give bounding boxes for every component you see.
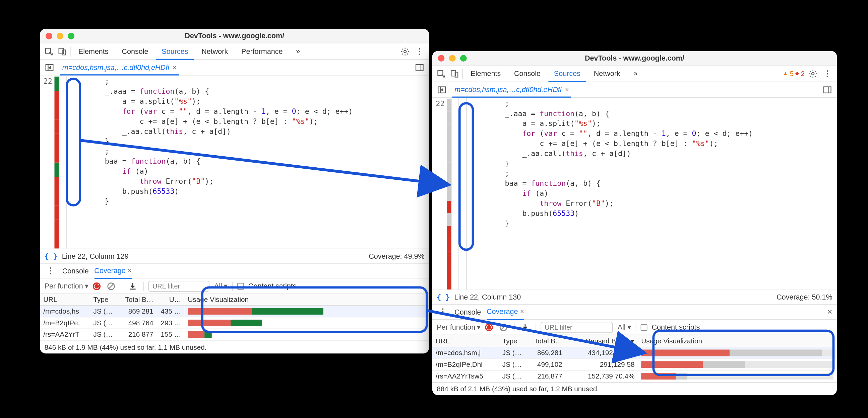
error-badge[interactable]: 2 bbox=[796, 70, 805, 77]
drawer-tab-coverage[interactable]: Coverage × bbox=[94, 264, 132, 279]
gear-icon[interactable] bbox=[399, 45, 411, 57]
window-title: DevTools - www.google.com/ bbox=[432, 54, 837, 62]
close-icon[interactable]: × bbox=[128, 267, 132, 275]
col-type[interactable]: Type bbox=[499, 335, 527, 347]
export-icon[interactable] bbox=[127, 280, 139, 292]
tab-elements[interactable]: Elements bbox=[465, 65, 506, 82]
tab-network[interactable]: Network bbox=[196, 43, 234, 60]
close-drawer-icon[interactable]: × bbox=[827, 307, 832, 317]
col-total[interactable]: Total B… bbox=[527, 335, 566, 347]
close-icon[interactable]: × bbox=[520, 308, 524, 316]
close-icon[interactable]: × bbox=[173, 63, 177, 71]
table-row[interactable]: /m=cdos,hsJS (…869 281435 … bbox=[40, 306, 429, 317]
tab-elements[interactable]: Elements bbox=[73, 43, 114, 60]
col-usage[interactable]: Usage Visualization bbox=[184, 294, 429, 306]
maximize-button[interactable] bbox=[460, 55, 467, 61]
file-tab[interactable]: m=cdos,hsm,jsa,…c,dtl0hd,eHDfl× bbox=[453, 82, 571, 97]
show-navigator-icon[interactable] bbox=[436, 84, 448, 96]
tab-network[interactable]: Network bbox=[588, 65, 626, 82]
coverage-gutter bbox=[54, 77, 59, 249]
coverage-type-select[interactable]: Per function ▾ bbox=[437, 323, 481, 331]
svg-point-19 bbox=[827, 76, 828, 77]
svg-point-22 bbox=[442, 308, 443, 310]
drawer-tab-console[interactable]: Console bbox=[62, 263, 89, 278]
kebab-icon[interactable] bbox=[437, 306, 449, 318]
pretty-print-icon[interactable]: { } bbox=[437, 293, 450, 301]
show-sidebar-icon[interactable] bbox=[413, 61, 426, 73]
drawer-tab-console[interactable]: Console bbox=[455, 304, 481, 320]
svg-point-17 bbox=[827, 70, 828, 71]
coverage-type-select[interactable]: Per function ▾ bbox=[44, 282, 89, 290]
filter-type-select[interactable]: All ▾ bbox=[214, 282, 228, 290]
clear-icon[interactable] bbox=[498, 321, 510, 333]
pretty-print-icon[interactable]: { } bbox=[44, 252, 58, 260]
table-row[interactable]: /m=B2qIPe,DhlJS (…499,102291,129 58 bbox=[432, 359, 837, 371]
coverage-summary: 884 kB of 2.1 MB (43%) used so far, 1.2 … bbox=[432, 382, 837, 395]
col-type[interactable]: Type bbox=[90, 294, 118, 306]
inspect-icon[interactable] bbox=[43, 46, 54, 57]
more-tabs[interactable]: » bbox=[628, 65, 643, 82]
tab-console[interactable]: Console bbox=[508, 65, 546, 82]
url-filter-input[interactable] bbox=[149, 280, 210, 291]
titlebar[interactable]: DevTools - www.google.com/ bbox=[40, 29, 429, 43]
svg-point-16 bbox=[812, 72, 814, 75]
kebab-icon[interactable] bbox=[413, 45, 426, 57]
content-scripts-checkbox[interactable] bbox=[641, 324, 647, 330]
filter-type-select[interactable]: All ▾ bbox=[618, 323, 631, 331]
line-number[interactable]: 22 bbox=[43, 77, 52, 85]
main-tabs: Elements Console Sources Network Perform… bbox=[40, 43, 429, 60]
devtools-window-left: DevTools - www.google.com/ Elements Cons… bbox=[40, 29, 429, 353]
window-title: DevTools - www.google.com/ bbox=[40, 32, 429, 40]
code-editor[interactable]: ; _.aaa = function(a, b) { a = a.split("… bbox=[67, 75, 429, 248]
table-row[interactable]: /m=B2qIPe,JS (…498 764293 … bbox=[40, 317, 429, 329]
inspect-icon[interactable] bbox=[436, 68, 447, 79]
show-navigator-icon[interactable] bbox=[43, 61, 55, 73]
close-icon[interactable]: × bbox=[565, 85, 569, 94]
device-icon[interactable] bbox=[57, 46, 68, 57]
minimize-button[interactable] bbox=[57, 32, 63, 39]
col-url[interactable]: URL bbox=[40, 294, 90, 306]
content-scripts-label: Content scripts bbox=[652, 323, 700, 331]
clear-icon[interactable] bbox=[105, 280, 117, 292]
main-tabs: Elements Console Sources Network » 5 2 bbox=[432, 66, 837, 82]
code-editor[interactable]: ; _.aaa = function(a, b) { a = a.split("… bbox=[467, 98, 837, 290]
col-usage[interactable]: Usage Visualization bbox=[638, 335, 837, 347]
table-row[interactable]: /m=cdos,hsm,jJS (…869,281434,192 49.9% bbox=[432, 347, 837, 359]
record-button[interactable] bbox=[485, 323, 493, 331]
titlebar[interactable]: DevTools - www.google.com/ bbox=[432, 51, 837, 66]
col-url[interactable]: URL bbox=[432, 335, 499, 347]
svg-point-23 bbox=[442, 311, 443, 313]
file-tab[interactable]: m=cdos,hsm,jsa,…c,dtl0hd,eHDfl× bbox=[60, 60, 179, 75]
record-button[interactable] bbox=[93, 282, 101, 290]
table-row[interactable]: /rs=AA2YrTsw5JS (…216,877152,739 70.4% bbox=[432, 371, 837, 382]
tab-performance[interactable]: Performance bbox=[236, 43, 288, 60]
maximize-button[interactable] bbox=[68, 32, 74, 39]
coverage-table: URL Type Total B… Unused Bytes ▾ Usage V… bbox=[432, 335, 837, 382]
coverage-percent: Coverage: 49.9% bbox=[369, 252, 425, 260]
svg-point-9 bbox=[50, 268, 51, 269]
export-icon[interactable] bbox=[519, 321, 531, 333]
minimize-button[interactable] bbox=[449, 55, 456, 61]
close-button[interactable] bbox=[45, 32, 52, 39]
content-scripts-checkbox[interactable] bbox=[237, 283, 244, 289]
gear-icon[interactable] bbox=[807, 67, 819, 79]
tab-sources[interactable]: Sources bbox=[548, 66, 586, 82]
more-tabs[interactable]: » bbox=[290, 43, 306, 60]
close-button[interactable] bbox=[438, 55, 445, 61]
tab-console[interactable]: Console bbox=[116, 43, 154, 60]
col-unused[interactable]: Unused Bytes ▾ bbox=[566, 335, 638, 347]
tab-sources[interactable]: Sources bbox=[156, 43, 194, 60]
warning-badge[interactable]: 5 bbox=[783, 70, 794, 77]
svg-rect-21 bbox=[824, 87, 831, 93]
kebab-icon[interactable] bbox=[44, 265, 57, 277]
show-sidebar-icon[interactable] bbox=[822, 84, 834, 96]
device-icon[interactable] bbox=[449, 68, 460, 79]
svg-point-5 bbox=[419, 50, 420, 52]
col-total[interactable]: Total B… bbox=[118, 294, 156, 306]
line-number[interactable]: 22 bbox=[436, 99, 444, 108]
drawer-tab-coverage[interactable]: Coverage × bbox=[487, 304, 524, 320]
url-filter-input[interactable] bbox=[541, 322, 613, 333]
table-row[interactable]: /rs=AA2YrTJS (…216 877155 … bbox=[40, 328, 429, 340]
col-unused[interactable]: U… bbox=[157, 294, 185, 306]
kebab-icon[interactable] bbox=[822, 67, 834, 79]
